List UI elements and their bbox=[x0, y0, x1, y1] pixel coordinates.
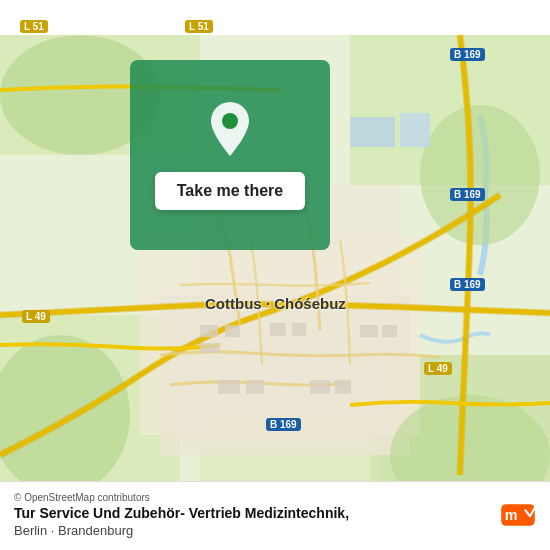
svg-rect-13 bbox=[200, 325, 218, 337]
svg-rect-22 bbox=[310, 380, 330, 394]
place-name: Tur Service Und Zubehör- Vertrieb Medizi… bbox=[14, 505, 349, 521]
svg-rect-14 bbox=[225, 325, 240, 337]
bottom-bar: © OpenStreetMap contributors Tur Service… bbox=[0, 481, 550, 550]
svg-rect-15 bbox=[200, 343, 220, 353]
moovit-logo: m bbox=[500, 497, 536, 533]
svg-point-10 bbox=[420, 105, 540, 245]
moovit-icon: m bbox=[500, 497, 536, 533]
svg-rect-23 bbox=[335, 380, 351, 394]
map-container: L 51 L 51 B 169 B 169 B 169 B 169 L 49 L… bbox=[0, 0, 550, 550]
svg-point-26 bbox=[222, 113, 238, 129]
svg-rect-24 bbox=[350, 117, 395, 147]
svg-rect-17 bbox=[292, 323, 306, 336]
location-overlay: Take me there bbox=[130, 60, 330, 250]
take-me-there-button[interactable]: Take me there bbox=[155, 172, 305, 210]
svg-rect-16 bbox=[270, 323, 286, 336]
bottom-info: © OpenStreetMap contributors Tur Service… bbox=[14, 492, 349, 538]
svg-rect-25 bbox=[400, 113, 430, 147]
svg-rect-20 bbox=[218, 380, 240, 394]
svg-rect-8 bbox=[160, 295, 410, 455]
location-pin-icon bbox=[205, 100, 255, 158]
osm-attribution: © OpenStreetMap contributors bbox=[14, 492, 349, 503]
svg-text:m: m bbox=[505, 507, 518, 523]
svg-rect-21 bbox=[246, 380, 264, 394]
place-region: Berlin · Brandenburg bbox=[14, 523, 349, 538]
svg-rect-18 bbox=[360, 325, 378, 337]
svg-rect-19 bbox=[382, 325, 397, 337]
